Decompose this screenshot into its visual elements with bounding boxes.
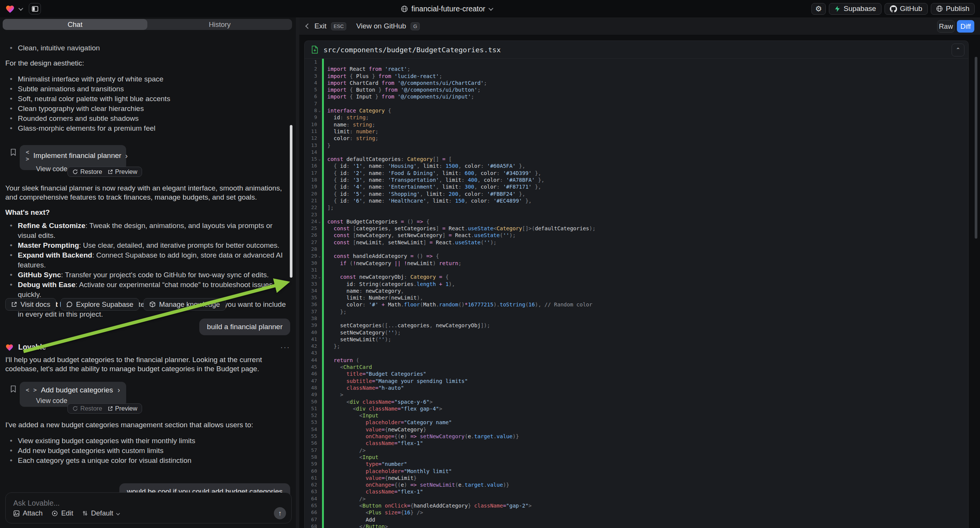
code-line: 65 <Button onClick={handleAddCategory} c…: [305, 502, 968, 509]
chat-input-placeholder: Ask Lovable...: [13, 499, 284, 507]
code-text: const [newLimit, setNewLimit] = React.us…: [322, 239, 968, 246]
chat-scrollbar[interactable]: [290, 125, 293, 278]
line-number: 37: [305, 308, 317, 315]
code-line: 45 <ChartCard: [305, 364, 968, 371]
bookmark-icon[interactable]: [9, 385, 18, 393]
tab-chat[interactable]: Chat: [3, 19, 147, 30]
fold-spacer: [317, 357, 322, 364]
file-header-bar[interactable]: src/components/budget/BudgetCategories.t…: [305, 41, 968, 59]
exit-button[interactable]: Exit: [314, 22, 326, 30]
logo-chevron-down-icon[interactable]: [19, 6, 24, 11]
preview-button[interactable]: Preview: [108, 168, 137, 175]
line-number: 23: [305, 212, 317, 218]
line-number: 29: [305, 253, 317, 259]
edit-mode-button[interactable]: Edit: [51, 509, 73, 517]
view-on-github-link[interactable]: View on GitHub: [356, 22, 406, 30]
code-line: 20 { id: '5', name: 'Shopping', limit: 2…: [305, 191, 968, 197]
attach-button[interactable]: Attach: [13, 509, 43, 517]
code-line: 29⌄ const handleAddCategory = () => {: [305, 253, 968, 259]
publish-button[interactable]: Publish: [931, 3, 975, 15]
suggestion-buttons-row: Visit docs Explore Supabase Manage knowl…: [5, 298, 226, 310]
code-line: 51 <div className="flex gap-4">: [305, 405, 968, 412]
code-text: onChange={(e) => setNewLimit(e.target.va…: [322, 482, 968, 488]
code-text: [322, 315, 968, 322]
line-number: 68: [305, 523, 317, 528]
message-more-button[interactable]: ···: [280, 343, 290, 351]
github-button[interactable]: GitHub: [885, 3, 928, 15]
line-number: 50: [305, 398, 317, 405]
model-selector[interactable]: Default: [82, 509, 120, 517]
code-text: const newCategoryObj: Category = {: [322, 274, 968, 280]
raw-toggle-button[interactable]: Raw: [937, 20, 955, 33]
line-number: 36: [305, 301, 317, 308]
code-text: limit: number;: [322, 128, 968, 135]
preview-button[interactable]: Preview: [108, 405, 137, 412]
fold-chevron-icon[interactable]: ⌄: [317, 107, 322, 114]
explore-supabase-button[interactable]: Explore Supabase: [60, 298, 139, 310]
bookmark-icon[interactable]: [9, 148, 18, 156]
gear-icon: ⚙: [815, 4, 822, 13]
back-chevron-icon[interactable]: [305, 24, 311, 29]
chat-scroll-area[interactable]: Clean, intuitive navigation For the desi…: [0, 30, 302, 528]
fold-spacer: [317, 308, 322, 315]
g-shortcut-badge: G: [410, 22, 420, 30]
line-number: 32: [305, 274, 317, 280]
code-scrollbar[interactable]: [975, 57, 977, 239]
fold-spacer: [317, 322, 322, 329]
code-line: 36 color: '#' + Math.floor(Math.random()…: [305, 301, 968, 308]
fold-chevron-icon[interactable]: ⌄: [317, 218, 322, 225]
line-number: 6: [305, 93, 317, 100]
fold-spacer: [317, 135, 322, 142]
code-text: className="flex-1": [322, 488, 968, 495]
chat-bubble-icon: [66, 301, 73, 308]
tab-history[interactable]: History: [147, 19, 292, 30]
lovable-logo-icon[interactable]: [5, 5, 15, 13]
fold-spacer: [317, 93, 322, 100]
line-number: 48: [305, 385, 317, 391]
chevron-right-icon: ›: [125, 151, 128, 160]
chat-input-actions: Attach Edit Default: [13, 507, 286, 519]
send-button[interactable]: ↑: [274, 507, 286, 519]
line-number: 53: [305, 419, 317, 426]
fold-spacer: [317, 385, 322, 391]
line-number: 66: [305, 509, 317, 516]
restore-button-disabled[interactable]: Restore: [72, 405, 102, 412]
manage-knowledge-button[interactable]: Manage knowledge: [143, 298, 225, 310]
file-diff-card: src/components/budget/BudgetCategories.t…: [304, 41, 969, 528]
code-text: limit: Number(newLimit),: [322, 294, 968, 301]
fold-chevron-icon[interactable]: ⌄: [317, 253, 322, 259]
code-text: [322, 212, 968, 218]
fold-chevron-icon[interactable]: ⌄: [317, 274, 322, 280]
project-switcher[interactable]: financial-future-creator: [401, 0, 492, 17]
fold-spacer: [317, 378, 322, 385]
code-text: import ChartCard from '@/components/ui/C…: [322, 80, 968, 86]
line-number: 22: [305, 204, 317, 211]
bullet-item: Clean, intuitive navigation: [5, 43, 290, 53]
code-text: [322, 100, 968, 107]
line-number: 25: [305, 225, 317, 232]
code-listing[interactable]: 12import React from 'react';3import { Pl…: [305, 59, 968, 528]
chat-input-box[interactable]: Ask Lovable... Attach Edit: [5, 492, 292, 523]
fold-chevron-icon[interactable]: ⌄: [317, 156, 322, 162]
diff-toggle-button[interactable]: Diff: [957, 20, 974, 33]
supabase-button[interactable]: Supabase: [829, 3, 881, 15]
code-line: 68 </Button>: [305, 523, 968, 528]
code-line: 11 limit: number;: [305, 128, 968, 135]
code-text: placeholder="Category name": [322, 419, 968, 426]
code-line: 56 className="flex-1": [305, 440, 968, 447]
code-line: 32⌄ const newCategoryObj: Category = {: [305, 274, 968, 280]
code-line: 42 };: [305, 343, 968, 350]
bullet-item: Debug with Ease: Activate our experiment…: [5, 280, 290, 300]
collapse-file-button[interactable]: ⌃: [951, 44, 964, 56]
visit-docs-button[interactable]: Visit docs: [5, 298, 56, 310]
diff-file-icon: [311, 45, 318, 54]
settings-button[interactable]: ⚙: [811, 3, 826, 15]
code-line: 44 return (: [305, 357, 968, 364]
ready-paragraph: Your sleek financial planner is now read…: [5, 184, 290, 202]
restore-button[interactable]: Restore: [72, 168, 102, 175]
code-text: name: string;: [322, 121, 968, 128]
fold-spacer: [317, 343, 322, 350]
toggle-sidebar-button[interactable]: [29, 3, 41, 14]
code-text: name: newCategory,: [322, 288, 968, 294]
code-line: 59 type="number": [305, 461, 968, 468]
